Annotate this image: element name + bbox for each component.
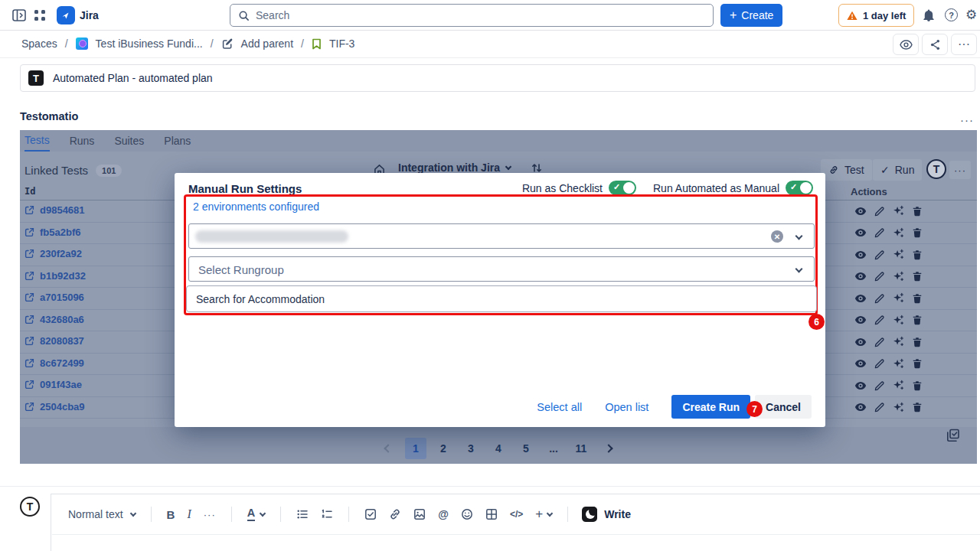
cancel-button[interactable]: Cancel bbox=[755, 395, 812, 419]
delete-trash-icon[interactable] bbox=[912, 315, 923, 325]
test-id-link[interactable]: 2504cba9 bbox=[24, 401, 85, 412]
breadcrumb-spaces[interactable]: Spaces bbox=[21, 37, 57, 50]
pagination-page[interactable]: 2 bbox=[433, 438, 454, 459]
link-button[interactable] bbox=[389, 508, 401, 520]
bold-button[interactable]: B bbox=[167, 508, 175, 521]
ai-sparkle-icon[interactable] bbox=[893, 205, 904, 217]
test-id-link[interactable]: 230f2a92 bbox=[24, 248, 82, 259]
delete-trash-icon[interactable] bbox=[912, 293, 923, 304]
ai-write-button[interactable]: Write bbox=[582, 507, 631, 522]
watch-eye-button[interactable] bbox=[893, 34, 919, 55]
test-id-link[interactable]: a7015096 bbox=[24, 292, 84, 303]
edit-pencil-icon[interactable] bbox=[874, 380, 885, 391]
comment-editor[interactable]: Normal text B I ··· A bbox=[51, 494, 980, 551]
search-input[interactable]: Search bbox=[230, 4, 714, 27]
code-button[interactable]: </> bbox=[510, 509, 523, 520]
trial-countdown-button[interactable]: 1 day left bbox=[838, 4, 914, 27]
test-id-link[interactable]: fb5a2bf6 bbox=[24, 227, 80, 238]
task-checkbox-button[interactable] bbox=[364, 508, 377, 520]
edit-pencil-icon[interactable] bbox=[874, 402, 885, 412]
ai-sparkle-icon[interactable] bbox=[893, 227, 904, 239]
breadcrumb-add-parent[interactable]: Add parent bbox=[241, 37, 294, 50]
delete-trash-icon[interactable] bbox=[912, 337, 923, 347]
open-list-link[interactable]: Open list bbox=[605, 401, 648, 413]
edit-pencil-icon[interactable] bbox=[874, 358, 885, 369]
ai-sparkle-icon[interactable] bbox=[893, 271, 904, 282]
sidebar-expand-icon[interactable] bbox=[12, 9, 26, 21]
bullet-list-button[interactable] bbox=[296, 508, 309, 520]
run-as-checklist-toggle[interactable]: ✓ bbox=[609, 181, 636, 195]
pagination-page[interactable]: 1 bbox=[405, 438, 426, 459]
insert-more-button[interactable]: + bbox=[535, 507, 552, 522]
pagination-page[interactable]: 5 bbox=[515, 438, 537, 459]
rungroup-select[interactable]: Select Rungroup bbox=[188, 256, 815, 282]
pagination-page[interactable]: 4 bbox=[488, 438, 509, 459]
ai-sparkle-icon[interactable] bbox=[893, 315, 904, 326]
delete-trash-icon[interactable] bbox=[912, 227, 923, 238]
help-icon[interactable]: ? bbox=[945, 8, 958, 21]
settings-gear-icon[interactable]: ⚙ bbox=[965, 7, 977, 23]
test-search-input[interactable]: Search for Accommodation bbox=[186, 285, 817, 312]
view-eye-icon[interactable] bbox=[854, 381, 867, 390]
automated-plan-card[interactable]: T Automated Plan - automated plan bbox=[20, 64, 975, 92]
text-style-dropdown[interactable]: Normal text bbox=[68, 508, 136, 520]
ai-sparkle-icon[interactable] bbox=[893, 249, 904, 260]
create-run-button[interactable]: Create Run bbox=[671, 395, 750, 419]
notifications-bell-icon[interactable] bbox=[923, 9, 935, 22]
text-color-button[interactable]: A bbox=[247, 507, 265, 520]
link-test-button[interactable]: Test bbox=[821, 159, 872, 181]
ai-sparkle-icon[interactable] bbox=[893, 292, 904, 304]
select-all-link[interactable]: Select all bbox=[537, 401, 582, 413]
numbered-list-button[interactable] bbox=[321, 508, 333, 520]
run-button[interactable]: ✓ Run bbox=[873, 159, 922, 181]
edit-pencil-icon[interactable] bbox=[874, 337, 885, 347]
delete-trash-icon[interactable] bbox=[912, 206, 923, 217]
italic-button[interactable]: I bbox=[187, 507, 191, 521]
view-eye-icon[interactable] bbox=[854, 250, 867, 259]
view-eye-icon[interactable] bbox=[854, 403, 867, 412]
table-button[interactable] bbox=[485, 508, 498, 520]
pagination-page[interactable]: 3 bbox=[460, 438, 482, 459]
ai-sparkle-icon[interactable] bbox=[893, 402, 904, 413]
app-switcher-icon[interactable] bbox=[34, 9, 46, 21]
run-automated-as-manual-toggle[interactable]: ✓ bbox=[786, 181, 813, 195]
sort-icon[interactable] bbox=[531, 162, 542, 174]
view-eye-icon[interactable] bbox=[854, 359, 867, 368]
share-button[interactable] bbox=[922, 34, 948, 55]
delete-trash-icon[interactable] bbox=[912, 271, 923, 282]
delete-trash-icon[interactable] bbox=[912, 249, 923, 260]
test-id-link[interactable]: 82080837 bbox=[24, 335, 84, 347]
view-eye-icon[interactable] bbox=[854, 272, 867, 281]
delete-trash-icon[interactable] bbox=[912, 402, 923, 412]
edit-pencil-icon[interactable] bbox=[874, 271, 885, 282]
view-eye-icon[interactable] bbox=[854, 337, 867, 347]
test-id-link[interactable]: b1b92d32 bbox=[24, 270, 86, 282]
view-eye-icon[interactable] bbox=[854, 207, 867, 216]
edit-pencil-icon[interactable] bbox=[874, 227, 885, 238]
image-button[interactable] bbox=[413, 508, 426, 520]
edit-pencil-icon[interactable] bbox=[874, 249, 885, 260]
tab-plans[interactable]: Plans bbox=[164, 130, 191, 152]
environments-configured-link[interactable]: 2 environments configured bbox=[193, 201, 319, 213]
emoji-button[interactable] bbox=[461, 508, 473, 520]
filter-dropdown[interactable]: Integration with Jira bbox=[398, 161, 511, 174]
edit-pencil-icon[interactable] bbox=[874, 315, 885, 325]
widget-more-icon[interactable]: ··· bbox=[960, 113, 974, 126]
breadcrumb-project[interactable]: Test iBusiness Fundi... bbox=[96, 37, 203, 50]
text-format-more-button[interactable]: ··· bbox=[204, 509, 216, 520]
test-id-link[interactable]: 091f43ae bbox=[24, 379, 82, 390]
test-id-link[interactable]: d9854681 bbox=[24, 204, 85, 216]
breadcrumb-issue-key[interactable]: TIF-3 bbox=[329, 37, 354, 50]
ai-sparkle-icon[interactable] bbox=[893, 358, 904, 370]
environment-select[interactable]: ✕ bbox=[188, 223, 815, 249]
widget-overflow-button[interactable]: ··· bbox=[949, 161, 971, 179]
view-eye-icon[interactable] bbox=[854, 315, 867, 324]
edit-pencil-icon[interactable] bbox=[874, 206, 885, 217]
ai-sparkle-icon[interactable] bbox=[893, 336, 904, 347]
pagination-prev-icon[interactable] bbox=[377, 438, 399, 459]
ai-sparkle-icon[interactable] bbox=[893, 380, 904, 391]
delete-trash-icon[interactable] bbox=[912, 380, 923, 391]
view-eye-icon[interactable] bbox=[854, 294, 867, 303]
tab-suites[interactable]: Suites bbox=[114, 130, 144, 152]
view-eye-icon[interactable] bbox=[854, 228, 867, 237]
